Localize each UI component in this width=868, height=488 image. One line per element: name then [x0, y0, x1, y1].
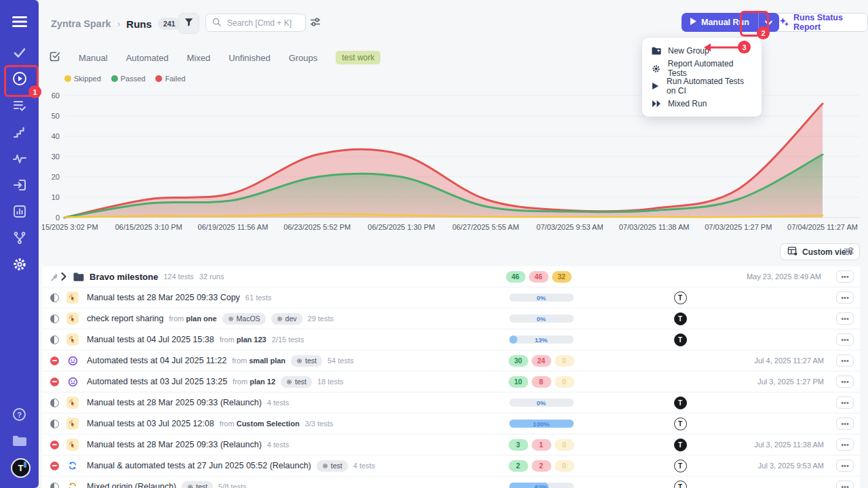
test-cases-check-icon[interactable]: [0, 45, 39, 61]
row-menu-button[interactable]: •••: [836, 270, 854, 283]
branch-icon[interactable]: [0, 230, 39, 246]
tests-count: 5/8 tests: [218, 483, 247, 488]
help-icon[interactable]: ?: [0, 406, 39, 422]
row-menu-button[interactable]: •••: [836, 460, 854, 472]
tab-unfinished[interactable]: Unfinished: [229, 53, 270, 63]
activity-pulse-icon[interactable]: [0, 150, 39, 167]
group-tests-count: 124 tests: [163, 272, 194, 281]
table-row[interactable]: Automated tests at 04 Jul 2025 11:22 fro…: [42, 350, 860, 371]
reports-chart-icon[interactable]: [0, 203, 39, 220]
breadcrumb-project[interactable]: Zyntra Spark: [51, 18, 111, 29]
assignee-avatar[interactable]: T: [674, 481, 687, 488]
row-menu-button[interactable]: •••: [836, 333, 854, 346]
sidebar-avatar[interactable]: T: [11, 458, 31, 478]
run-date: Jul 3, 2025 9:53 AM: [762, 462, 824, 470]
page-title: Runs: [126, 18, 152, 30]
table-row-group[interactable]: Bravo milestone 124 tests 32 runs 46 46 …: [42, 266, 860, 287]
tab-manual[interactable]: Manual: [79, 53, 108, 63]
run-title[interactable]: Manual tests at 28 Mar 2025 09:33 (Relau…: [87, 440, 262, 449]
passed-count-badge: 46: [506, 271, 526, 283]
table-row[interactable]: check report sharing from plan oneMacOSd…: [42, 308, 860, 329]
menu-item-mixed-run[interactable]: Mixed Run: [642, 95, 762, 113]
run-title[interactable]: Automated tests at 04 Jul 2025 11:22: [87, 356, 226, 365]
filter-button[interactable]: [178, 13, 199, 34]
milestones-steps-icon[interactable]: [0, 124, 39, 140]
svg-text:07/04/2025 11:27 AM: 07/04/2025 11:27 AM: [787, 223, 858, 231]
active-filter-chip[interactable]: test work: [336, 51, 380, 64]
select-runs-icon[interactable]: [50, 51, 60, 64]
test-plans-list-icon[interactable]: [0, 98, 39, 114]
row-menu-button[interactable]: •••: [836, 312, 854, 325]
passed-count-badge: 2: [509, 460, 528, 472]
folder-icon: [73, 272, 90, 281]
play-icon: [690, 18, 696, 27]
tab-groups[interactable]: Groups: [289, 53, 318, 63]
menu-item-report-automated-tests[interactable]: Report Automated Tests: [642, 60, 762, 77]
svg-text:60: 60: [52, 92, 60, 100]
env-badge: dev: [271, 313, 302, 325]
svg-text:06/15/2025 3:10 PM: 06/15/2025 3:10 PM: [115, 223, 182, 231]
row-menu-button[interactable]: •••: [836, 291, 854, 304]
row-menu-button[interactable]: •••: [836, 418, 854, 430]
assignee-avatar[interactable]: T: [674, 418, 687, 430]
run-title[interactable]: Manual tests at 03 Jul 2025 12:08: [87, 419, 214, 428]
svg-text:0: 0: [56, 214, 60, 222]
table-row[interactable]: Manual tests at 28 Mar 2025 09:33 Copy 6…: [42, 287, 860, 308]
table-row[interactable]: Manual tests at 04 Jul 2025 15:38 from p…: [42, 329, 860, 350]
menu-icon[interactable]: [0, 14, 39, 30]
progress-bar: 0%: [509, 314, 574, 323]
tab-mixed[interactable]: Mixed: [187, 53, 211, 63]
run-title[interactable]: Manual tests at 28 Mar 2025 09:33 (Relau…: [87, 398, 262, 407]
assignee-avatar[interactable]: T: [674, 333, 687, 346]
status-in-progress-icon: [50, 293, 59, 302]
run-title[interactable]: Manual tests at 04 Jul 2025 15:38: [87, 335, 214, 344]
runs-status-report-button[interactable]: Runs Status Report: [771, 13, 868, 32]
run-title[interactable]: Mixed origin (Relaunch): [87, 482, 176, 488]
search-box[interactable]: [205, 14, 306, 32]
assignee-avatar[interactable]: T: [674, 460, 687, 472]
failed-count-badge: 24: [532, 355, 551, 367]
table-settings-sliders-icon[interactable]: [844, 246, 854, 259]
table-row[interactable]: Mixed origin (Relaunch) test 5/8 tests 6…: [42, 476, 860, 488]
table-row[interactable]: Manual & automated tests at 27 Jun 2025 …: [42, 455, 860, 476]
import-run-icon[interactable]: [0, 177, 39, 193]
settings-gear-icon[interactable]: [0, 256, 39, 272]
env-badge: test: [291, 355, 322, 367]
svg-text:06/23/2025 5:52 PM: 06/23/2025 5:52 PM: [283, 223, 351, 231]
group-title[interactable]: Bravo milestone: [90, 272, 158, 282]
tests-count: 4 tests: [267, 399, 289, 407]
run-title[interactable]: Automated tests at 03 Jul 2025 13:25: [87, 377, 227, 386]
assignee-avatar[interactable]: T: [674, 291, 687, 304]
row-menu-button[interactable]: •••: [836, 354, 854, 367]
search-settings-sliders-icon[interactable]: [310, 17, 321, 30]
status-stopped-icon: [50, 378, 59, 386]
run-title[interactable]: check report sharing: [87, 314, 163, 323]
table-row[interactable]: Manual tests at 03 Jul 2025 12:08 from C…: [42, 413, 860, 434]
mixed-run-type-icon: [66, 460, 79, 472]
assignee-avatar[interactable]: T: [674, 439, 687, 451]
table-row[interactable]: Manual tests at 28 Mar 2025 09:33 (Relau…: [42, 392, 860, 413]
expand-chevron-icon[interactable]: [61, 272, 73, 281]
skipped-count-badge: 0: [555, 439, 574, 451]
table-row[interactable]: Automated tests at 03 Jul 2025 13:25 fro…: [42, 371, 860, 392]
breadcrumb-separator: ›: [117, 18, 121, 29]
row-menu-button[interactable]: •••: [836, 481, 854, 488]
assignee-avatar[interactable]: T: [674, 396, 687, 409]
row-menu-button[interactable]: •••: [836, 375, 854, 388]
assignee-avatar[interactable]: T: [674, 312, 687, 325]
skipped-count-badge: 32: [552, 271, 572, 283]
status-stopped-icon: [50, 462, 59, 470]
projects-folder-icon[interactable]: [0, 432, 39, 449]
tab-automated[interactable]: Automated: [126, 53, 169, 63]
search-input[interactable]: [226, 18, 299, 28]
menu-item-run-automated-tests-ci[interactable]: Run Automated Tests on CI: [642, 77, 762, 95]
run-title[interactable]: Manual & automated tests at 27 Jun 2025 …: [87, 461, 311, 470]
skipped-count-badge: 0: [555, 376, 574, 388]
manual-run-button[interactable]: Manual Run: [682, 13, 759, 32]
table-row[interactable]: Manual tests at 28 Mar 2025 09:33 (Relau…: [42, 434, 860, 455]
failed-count-badge: 46: [529, 271, 549, 283]
run-title[interactable]: Manual tests at 28 Mar 2025 09:33 Copy: [87, 293, 240, 302]
row-menu-button[interactable]: •••: [836, 439, 854, 451]
row-menu-button[interactable]: •••: [836, 396, 854, 409]
runs-play-circle-icon[interactable]: [0, 70, 39, 87]
